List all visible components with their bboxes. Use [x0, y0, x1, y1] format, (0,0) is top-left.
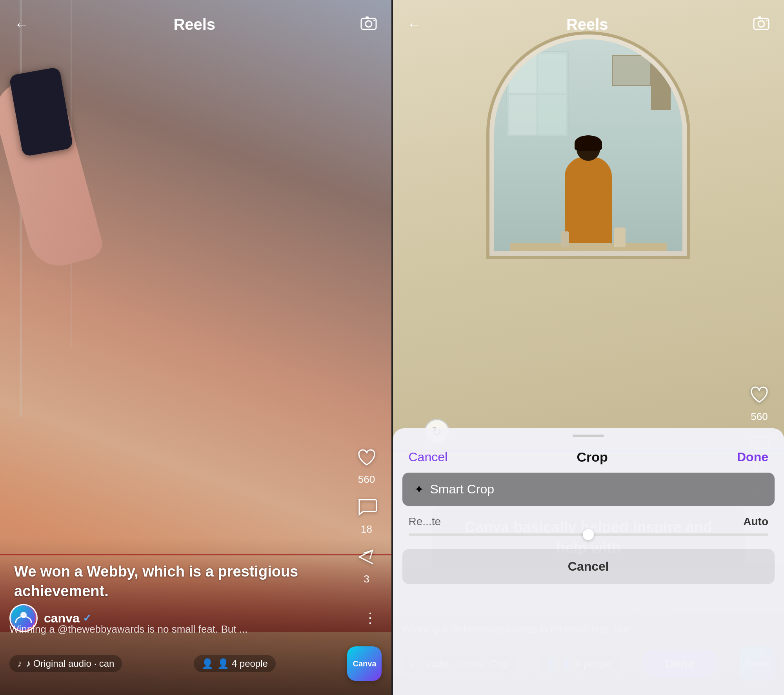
right-phone-panel: ← Reels 560 1 — [393, 0, 784, 695]
left-heart-icon — [356, 447, 377, 471]
smart-crop-row[interactable]: ✦ Smart Crop — [402, 473, 775, 506]
sheet-cancel-button[interactable]: Cancel — [402, 549, 775, 584]
arch-mirror-container — [486, 31, 690, 259]
crop-header: Cancel Crop Done — [393, 437, 784, 473]
left-header: ← Reels — [0, 0, 391, 35]
left-like-action[interactable]: 560 — [356, 447, 377, 486]
window-pane-3 — [509, 95, 537, 135]
svg-rect-2 — [366, 16, 369, 19]
candelabra — [651, 63, 671, 110]
table-item-2 — [561, 231, 569, 247]
smart-crop-icon: ✦ — [414, 482, 424, 496]
left-side-actions: 560 18 3 — [356, 447, 377, 585]
left-canva-fab-text: Canva — [353, 659, 376, 668]
person-hair — [575, 135, 602, 151]
svg-point-1 — [366, 21, 372, 27]
crop-done-button[interactable]: Done — [737, 450, 768, 464]
svg-point-6 — [758, 21, 764, 27]
right-header-title: Reels — [566, 16, 608, 33]
person-torso — [565, 157, 612, 251]
svg-rect-7 — [758, 16, 761, 19]
left-comment-action[interactable]: 18 — [356, 497, 377, 535]
left-bottom-bar: Winning a @thewebbyawards is no small fe… — [0, 623, 391, 695]
left-share-action[interactable]: 3 — [356, 546, 377, 585]
left-people-icon: 👤 — [202, 658, 213, 669]
left-description: Winning a @thewebbyawards is no small fe… — [0, 623, 391, 641]
left-comment-icon — [356, 497, 377, 521]
arch-inner-mirror — [494, 39, 682, 251]
window-pane-4 — [538, 95, 566, 135]
crop-cancel-button[interactable]: Cancel — [409, 450, 448, 464]
right-heart-icon — [749, 384, 770, 408]
left-caption-overlay: We won a Webby, which is a prestigious a… — [14, 562, 337, 601]
left-share-count: 3 — [364, 573, 369, 585]
crop-sheet: Cancel Crop Done ✦ Smart Crop Re...te Au… — [393, 428, 784, 695]
left-people-text: 👤 4 people — [217, 658, 268, 669]
left-like-count: 560 — [358, 473, 375, 486]
ratio-slider-row — [393, 528, 784, 541]
right-like-action[interactable]: 560 — [749, 384, 770, 423]
ratio-slider-track[interactable] — [409, 533, 769, 536]
left-caption-text: We won a Webby, which is a prestigious a… — [14, 563, 298, 599]
window-pane-2 — [538, 54, 566, 93]
table-top — [510, 243, 667, 251]
painting — [612, 55, 651, 86]
left-back-button[interactable]: ← — [14, 16, 29, 33]
left-camera-icon[interactable] — [360, 14, 377, 35]
right-back-button[interactable]: ← — [407, 16, 422, 33]
ratio-slider-thumb[interactable] — [583, 529, 594, 540]
left-header-title: Reels — [173, 16, 215, 33]
left-meta-row: ♪ ♪ Original audio · can 👤 👤 4 people Ca… — [0, 641, 391, 695]
ratio-label: Re...te — [409, 515, 441, 528]
window-pane-1 — [509, 54, 537, 93]
smart-crop-label: Smart Crop — [430, 482, 495, 497]
left-audio-icon: ♪ — [17, 658, 22, 669]
crop-title: Crop — [577, 449, 608, 465]
left-share-icon — [356, 546, 377, 571]
left-audio-text: ♪ Original audio · can — [26, 658, 114, 669]
svg-point-4 — [20, 612, 27, 618]
window-reflection — [506, 51, 569, 137]
table-item-1 — [614, 227, 626, 247]
svg-point-3 — [373, 20, 375, 21]
ratio-value: Auto — [743, 515, 768, 528]
sheet-cancel-text: Cancel — [568, 559, 609, 573]
left-audio-tag[interactable]: ♪ ♪ Original audio · can — [9, 655, 122, 672]
left-people-tag[interactable]: 👤 👤 4 people — [194, 655, 276, 672]
right-header: ← Reels — [393, 0, 784, 35]
right-camera-icon[interactable] — [753, 14, 770, 35]
left-phone-panel: ← Reels 560 1 — [0, 0, 391, 695]
svg-point-8 — [766, 20, 768, 21]
ratio-row: Re...te Auto — [393, 506, 784, 528]
left-verified-icon: ✓ — [83, 612, 91, 624]
left-canva-fab[interactable]: Canva — [347, 646, 382, 681]
left-comment-count: 18 — [361, 523, 372, 535]
